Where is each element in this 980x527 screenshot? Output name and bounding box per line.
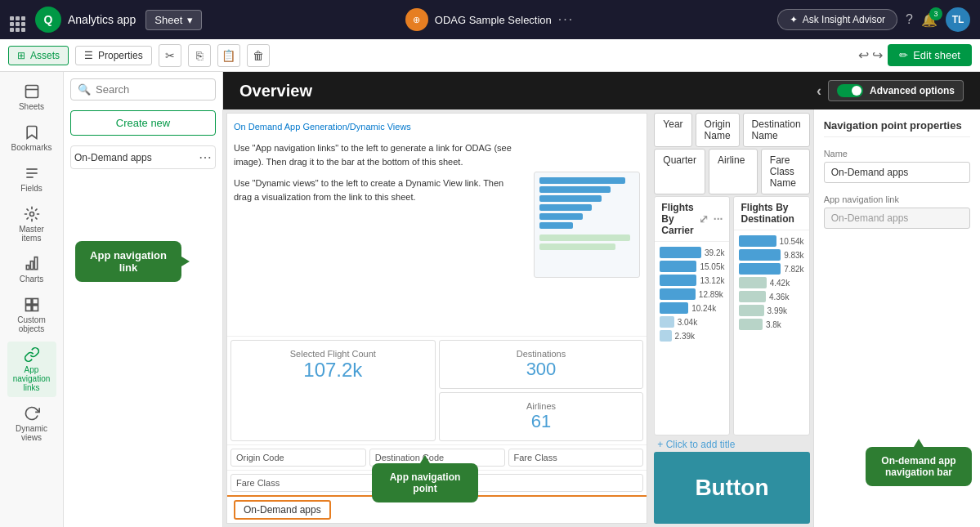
search-icon: 🔍 <box>78 83 91 96</box>
sheet-label: Sheet <box>154 14 182 26</box>
quarter-filter[interactable]: Quarter <box>654 149 705 194</box>
dest-bar-3 <box>739 277 766 288</box>
sidebar-item-bookmarks[interactable]: Bookmarks <box>7 119 56 157</box>
svg-rect-10 <box>32 299 38 305</box>
name-input[interactable] <box>824 162 970 183</box>
assets-label: Assets <box>30 50 60 61</box>
sparkle-icon: ✦ <box>790 14 798 25</box>
notifications-icon[interactable]: 🔔 3 <box>921 12 937 28</box>
odag-link[interactable]: On Demand App Generation/Dynamic Views <box>234 122 411 132</box>
redo-icon[interactable]: ↪ <box>872 47 883 63</box>
copy-icon[interactable]: ⎘ <box>188 44 211 67</box>
sheet-right: Year Origin Name Destination Name Quarte… <box>651 109 812 527</box>
odag-badge: ⊕ <box>405 8 428 31</box>
fare-class-filter[interactable]: Fare Class Name <box>761 149 810 194</box>
topbar-center: ⊕ ODAG Sample Selection ··· <box>212 8 767 31</box>
svg-rect-8 <box>34 257 37 270</box>
name-prop-group: Name <box>824 149 970 183</box>
qlik-logo: Q <box>35 7 61 33</box>
sidebar-sheets-label: Sheets <box>19 102 44 111</box>
expand-icon[interactable]: ⤢ <box>699 212 709 226</box>
grid-menu-icon[interactable] <box>10 7 25 32</box>
dest-bar-1 <box>739 249 781 261</box>
back-arrow-icon[interactable]: ‹ <box>817 83 821 100</box>
bar-val-2: 13.12k <box>700 276 724 285</box>
app-nav-input[interactable] <box>824 208 970 229</box>
dest-bar-val-3: 4.42k <box>770 279 790 288</box>
sidebar-item-custom-objects[interactable]: Custom objects <box>7 292 56 338</box>
dest-bar-2 <box>739 263 781 275</box>
dest-bar-6 <box>739 319 762 330</box>
sheet-dropdown[interactable]: Sheet ▾ <box>145 10 202 30</box>
destinations-label: Destinations <box>448 349 635 359</box>
odag-text-panel: On Demand App Generation/Dynamic Views U… <box>227 114 524 336</box>
properties-panel-title: Navigation point properties <box>824 119 970 137</box>
sidebar-item-app-nav-links[interactable]: App navigation links <box>7 342 56 397</box>
on-demand-section: On-Demand apps ⋯ <box>70 145 216 169</box>
flights-by-carrier-label: Flights By Carrier <box>661 202 698 236</box>
dest-bar-val-4: 4.36k <box>769 293 789 301</box>
destination-name-filter[interactable]: Destination Name <box>743 113 810 147</box>
sidebar-item-sheets[interactable]: Sheets <box>7 78 56 116</box>
paste-icon[interactable]: 📋 <box>217 44 240 67</box>
year-filter[interactable]: Year <box>654 113 691 147</box>
sidebar-item-charts[interactable]: Charts <box>7 251 56 288</box>
sidebar-bookmarks-label: Bookmarks <box>11 143 51 152</box>
sheet-left-panel: On Demand App Generation/Dynamic Views U… <box>226 113 647 524</box>
help-icon[interactable]: ? <box>906 12 913 27</box>
overview-title: Overview <box>239 82 312 100</box>
toolbar2-right: ↩ ↪ ✏ Edit sheet <box>858 44 972 66</box>
airline-filter[interactable]: Airline <box>709 149 758 194</box>
on-demand-label: On-Demand apps <box>74 152 152 163</box>
button-element[interactable]: Button <box>654 452 809 524</box>
search-input[interactable] <box>96 83 208 96</box>
svg-point-5 <box>29 212 34 217</box>
odag-text1: Use "App navigation links" to the left t… <box>234 141 517 170</box>
search-box[interactable]: 🔍 <box>70 78 216 100</box>
sidebar-item-dynamic-views[interactable]: Dynamic views <box>7 400 56 447</box>
dest-bar-row-6: 3.8k <box>739 319 803 330</box>
sidebar-item-fields[interactable]: Fields <box>7 160 56 198</box>
sidebar-fields-label: Fields <box>20 184 43 193</box>
app-nav-link-label: App navigation link <box>824 194 970 204</box>
big-button-area: + Click to add title Button <box>654 437 809 524</box>
flights-by-destination-body: 10.54k 9.83k 7.82k <box>734 230 808 435</box>
bar-row-1: 15.05k <box>660 261 724 272</box>
bar-val-0: 39.2k <box>705 248 724 257</box>
svg-rect-11 <box>25 306 31 311</box>
create-new-button[interactable]: Create new <box>70 110 216 136</box>
sidebar-item-master-items[interactable]: Master items <box>7 201 56 248</box>
dest-bar-row-2: 7.82k <box>739 263 803 275</box>
origin-name-filter[interactable]: Origin Name <box>696 113 740 147</box>
odag-label: ODAG Sample Selection <box>435 14 552 26</box>
dest-bar-val-2: 7.82k <box>784 265 803 274</box>
advanced-options-switch[interactable] <box>837 84 863 97</box>
more-icon[interactable]: ··· <box>714 212 723 226</box>
click-to-add-title[interactable]: + Click to add title <box>654 437 809 452</box>
chevron-down-icon: ▾ <box>187 14 193 26</box>
kpi-airlines: Airlines 61 <box>439 392 644 441</box>
on-demand-bar-label[interactable]: On-Demand apps <box>234 500 331 520</box>
bar-val-3: 12.89k <box>699 290 723 299</box>
filter-row2: Quarter Airline Fare Class Name <box>654 149 809 194</box>
bar-val-5: 3.04k <box>678 318 697 327</box>
properties-tab[interactable]: ☰ Properties <box>75 46 152 65</box>
insight-advisor-button[interactable]: ✦ Ask Insight Advisor <box>777 9 897 30</box>
dest-bar-val-0: 10.54k <box>780 237 804 246</box>
avatar[interactable]: TL <box>946 7 970 32</box>
charts-row: Flights By Carrier ⤢ ··· 39.2k <box>654 196 809 435</box>
advanced-options-toggle[interactable]: Advanced options <box>828 80 964 101</box>
assets-tab[interactable]: ⊞ Assets <box>8 46 69 65</box>
flights-by-destination-title-bar: Flights By Destination <box>734 197 808 230</box>
app-nav-prop-group: App navigation link <box>824 194 970 229</box>
main-layout: Sheets Bookmarks Fields Master items Cha… <box>0 72 980 527</box>
flights-by-destination-chart: Flights By Destination 10.54k 9.83k <box>733 196 809 435</box>
edit-sheet-button[interactable]: ✏ Edit sheet <box>888 44 972 66</box>
undo-icon[interactable]: ↩ <box>858 47 869 63</box>
topbar-right: ✦ Ask Insight Advisor ? 🔔 3 TL <box>777 7 970 32</box>
undo-redo: ↩ ↪ <box>858 47 883 63</box>
more-options-icon[interactable]: ··· <box>558 12 574 27</box>
on-demand-more-icon[interactable]: ⋯ <box>199 150 212 165</box>
delete-icon[interactable]: 🗑 <box>247 44 270 67</box>
cut-icon[interactable]: ✂ <box>159 44 181 67</box>
